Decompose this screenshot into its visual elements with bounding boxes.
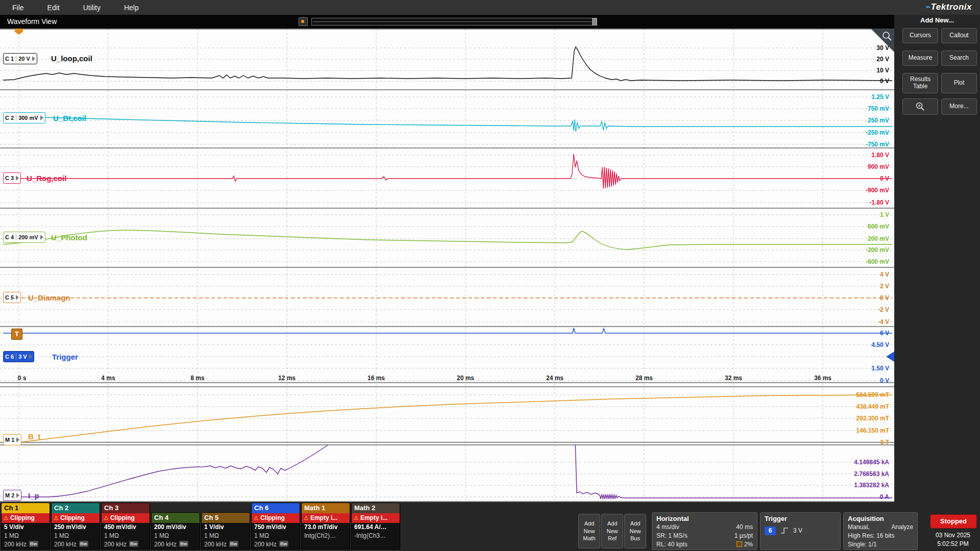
axis-label: 0 A	[880, 493, 889, 500]
trace-name-c3: U_Rog,coil	[27, 174, 66, 183]
cursors-button[interactable]: Cursors	[902, 28, 938, 43]
trace-c5-u-diamagn	[0, 267, 894, 327]
badge-arrow-icon	[29, 354, 32, 359]
menu-bar: File Edit Utility Help ⌁Tektronix	[0, 0, 980, 15]
badge-arrow-icon	[16, 493, 19, 498]
axis-label: -250 mV	[866, 129, 889, 136]
time-tick: 36 ms	[814, 374, 831, 382]
waveform-graticule-area: 30 V 20 V 10 V 0 V 1.25 V 750 mV 250 mV …	[0, 29, 894, 502]
search-button[interactable]: Search	[941, 51, 977, 66]
acquisition-panel[interactable]: Acquisition Manual,Analyze High Res: 16 …	[843, 512, 918, 550]
more-button[interactable]: More...	[941, 98, 977, 115]
axis-label: 2 V	[880, 283, 889, 290]
axis-label: 1.80 V	[871, 152, 889, 159]
add-new-ref-button[interactable]: Add New Ref	[601, 514, 623, 548]
measure-button[interactable]: Measure	[902, 51, 938, 66]
axis-label: 0 V	[880, 294, 889, 302]
axis-label: -1.80 V	[869, 199, 889, 206]
rising-edge-icon	[780, 527, 789, 535]
tektronix-logo: ⌁Tektronix	[925, 2, 972, 12]
bandwidth-limit-icon: Bw	[279, 541, 288, 547]
channel-badge-ch6[interactable]: Ch 6 ⚠Clipping 750 mV/div 1 MΩ 200 kHzBw	[251, 503, 300, 549]
trigger-level-arrow	[886, 352, 894, 362]
axis-label: 200 mV	[868, 235, 889, 242]
axis-label: 4.50 V	[871, 341, 889, 348]
plot-badge-c6[interactable]: C 63 V	[3, 351, 34, 362]
trigger-source-badge[interactable]: T	[11, 329, 22, 340]
axis-label: 10 V	[876, 67, 889, 74]
magnifier-icon	[881, 31, 893, 42]
menu-utility[interactable]: Utility	[83, 4, 101, 12]
clipping-warning: ⚠Clipping	[2, 513, 50, 523]
plot-button[interactable]: Plot	[941, 73, 977, 93]
warning-icon: ⚠	[254, 515, 259, 521]
zoom-tool-button[interactable]	[902, 98, 938, 115]
axis-label: 4 V	[880, 271, 889, 278]
trace-c6-trigger	[0, 327, 894, 383]
warning-icon: ⚠	[54, 515, 59, 521]
channel-badge-ch2[interactable]: Ch 2 ⚠Clipping 250 mV/div 1 MΩ 200 kHzBw	[51, 503, 100, 549]
time-tick: 32 ms	[725, 374, 742, 382]
axis-label: 750 mV	[868, 105, 889, 112]
time-tick: 8 ms	[190, 374, 204, 382]
horizontal-panel[interactable]: Horizontal 4 ms/div40 ms SR: 1 MS/s1 µs/…	[652, 512, 757, 550]
math-badge-math1[interactable]: Math 1 ⚠Empty i... 73.0 mT/div Intg(Ch2)…	[301, 503, 350, 549]
axis-label: 1.383282 kA	[854, 482, 889, 489]
zoom-pan-handle[interactable]	[592, 18, 597, 26]
axis-label: 146.150 mT	[856, 427, 889, 434]
plot-badge-c5[interactable]: C 5	[3, 292, 21, 303]
add-new-bus-button[interactable]: Add New Bus	[624, 514, 646, 548]
plot-badge-c4[interactable]: C 4200 mV	[3, 232, 45, 243]
right-sidebar: Add New... Cursors Callout Measure Searc…	[894, 15, 980, 502]
plot-badge-c3[interactable]: C 3	[3, 172, 21, 184]
math-badge-math2[interactable]: Math 2 ⚠Empty i... 691.64 A/… -Intg(Ch3…	[351, 503, 400, 549]
menu-help[interactable]: Help	[124, 4, 139, 12]
plot-badge-m2[interactable]: M 2	[3, 490, 21, 501]
axis-label: 584.599 mT	[856, 391, 889, 398]
trace-name-c2: U_Bt,coil	[53, 114, 86, 122]
trace-c2-u-bt-coil	[0, 90, 894, 148]
time-tick: 24 ms	[546, 374, 564, 382]
results-table-button[interactable]: Results Table	[902, 73, 938, 93]
callout-button[interactable]: Callout	[941, 28, 977, 43]
axis-label: 1.50 V	[871, 365, 889, 372]
axis-label: 2.766563 kA	[854, 470, 889, 478]
zoom-pan-grip-icon[interactable]	[299, 17, 308, 26]
plot-badge-c1[interactable]: C 120 V	[3, 53, 37, 64]
axis-label: 0 T	[880, 439, 889, 446]
add-new-math-button[interactable]: Add New Math	[578, 514, 600, 548]
position-indicator-icon	[737, 541, 742, 547]
run-stop-status-button[interactable]: Stopped	[930, 514, 977, 529]
axis-label: 1.25 V	[871, 93, 889, 101]
badge-arrow-icon	[16, 437, 19, 442]
channel-badge-ch3[interactable]: Ch 3 ⚠Clipping 450 mV/div 1 MΩ 200 kHzBw	[101, 503, 150, 549]
menu-file[interactable]: File	[12, 4, 24, 12]
trace-m2-ip	[0, 445, 894, 502]
axis-label: 0 V	[880, 377, 889, 384]
plot-badge-c2[interactable]: C 2300 mV	[3, 112, 45, 123]
time-tick: 4 ms	[101, 374, 115, 382]
trigger-panel[interactable]: Trigger 6 3 V	[760, 512, 841, 550]
bandwidth-limit-icon: Bw	[79, 541, 88, 547]
channel-badge-ch4[interactable]: Ch 4 200 mV/div 1 MΩ 200 kHzBw	[151, 512, 200, 549]
zoom-pan-bar[interactable]	[299, 17, 597, 26]
channel-badge-ch1[interactable]: Ch 1 ⚠Clipping 5 V/div 1 MΩ 200 kHzBw	[1, 503, 50, 549]
zoom-pan-track[interactable]	[311, 18, 597, 26]
axis-label: 20 V	[876, 56, 889, 63]
bandwidth-limit-icon: Bw	[29, 541, 38, 547]
trigger-level-value: 3 V	[793, 527, 802, 534]
badge-arrow-icon	[40, 115, 43, 120]
trace-c3-u-rog-coil	[0, 148, 894, 208]
axis-label: -900 mV	[866, 187, 889, 194]
axis-label: 292.300 mT	[856, 415, 889, 422]
clipping-warning: ⚠Clipping	[252, 513, 300, 523]
axis-label: 600 mV	[868, 223, 889, 230]
axis-label: 6 V	[880, 330, 889, 337]
channel-badge-ch5[interactable]: Ch 5 1 V/div 1 MΩ 200 kHzBw	[201, 512, 250, 549]
plot-badge-m1[interactable]: M 1	[3, 434, 21, 445]
menu-edit[interactable]: Edit	[47, 4, 60, 12]
trace-c4-u-photod	[0, 208, 894, 267]
settings-bar: Ch 1 ⚠Clipping 5 V/div 1 MΩ 200 kHzBw Ch…	[0, 502, 980, 551]
axis-label: 1 V	[880, 211, 889, 218]
warning-icon: ⚠	[304, 515, 309, 521]
